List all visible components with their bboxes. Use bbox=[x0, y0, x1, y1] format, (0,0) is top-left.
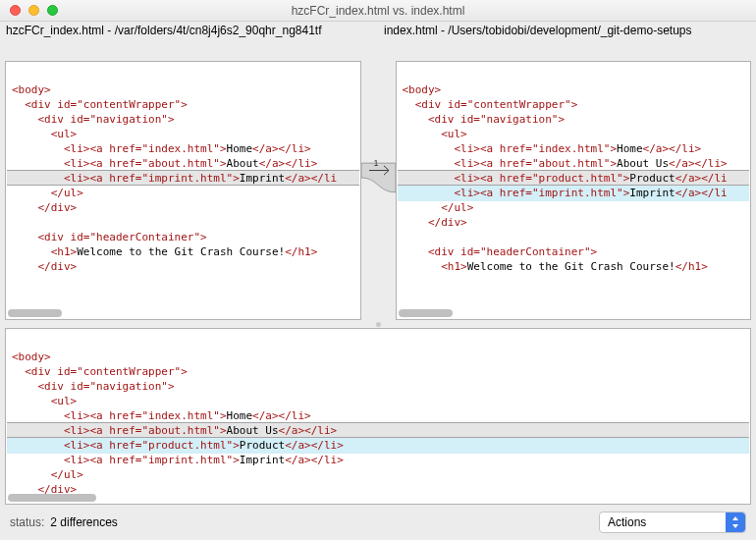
code-line: <li><a href="product.html"> bbox=[403, 172, 630, 185]
titlebar: hzcFCr_index.html vs. index.html bbox=[0, 0, 756, 22]
code-line: <li><a href="product.html"> bbox=[12, 439, 240, 452]
code-line: <body> bbox=[12, 351, 51, 363]
right-code[interactable]: <body> <div id="contentWrapper"> <div id… bbox=[397, 62, 751, 289]
diff-gutter: 1 bbox=[361, 61, 396, 320]
code-line: <li><a href="index.html"> bbox=[12, 409, 227, 422]
code-line: </ul> bbox=[403, 201, 474, 214]
status-label: status: bbox=[10, 515, 44, 529]
code-line: <li><a href="imprint.html"> bbox=[12, 172, 240, 185]
diff-area: <body> <div id="contentWrapper"> <div id… bbox=[0, 41, 756, 320]
statusbar: status: 2 differences Actions bbox=[0, 505, 756, 540]
code-line: <div id="contentWrapper"> bbox=[12, 365, 188, 378]
code-line: </ul> bbox=[12, 187, 83, 199]
code-line: <div id="navigation"> bbox=[403, 113, 566, 126]
left-diff-panel[interactable]: <body> <div id="contentWrapper"> <div id… bbox=[5, 61, 361, 320]
code-line: <body> bbox=[403, 83, 442, 96]
window-controls bbox=[0, 5, 58, 16]
window-title: hzcFCr_index.html vs. index.html bbox=[0, 4, 756, 18]
code-line: <li><a href="about.html"> bbox=[12, 157, 227, 170]
pane-splitter[interactable] bbox=[0, 320, 756, 328]
code-line: <h1> bbox=[12, 245, 77, 258]
code-line: <li><a href="imprint.html"> bbox=[403, 187, 630, 199]
status-text: 2 differences bbox=[50, 515, 118, 529]
horizontal-scrollbar[interactable] bbox=[399, 309, 453, 317]
merged-code[interactable]: <body> <div id="contentWrapper"> <div id… bbox=[6, 329, 750, 505]
right-diff-panel[interactable]: <body> <div id="contentWrapper"> <div id… bbox=[396, 61, 752, 320]
code-line: <li><a href="index.html"> bbox=[403, 142, 618, 155]
code-line: <div id="navigation"> bbox=[12, 380, 175, 393]
close-icon[interactable] bbox=[10, 5, 21, 16]
chevron-updown-icon bbox=[726, 513, 745, 532]
code-line: <body> bbox=[12, 83, 51, 96]
left-file-path: hzcFCr_index.html - /var/folders/4t/cn8j… bbox=[0, 22, 378, 41]
code-line: <div id="contentWrapper"> bbox=[403, 98, 578, 111]
code-line: </div> bbox=[403, 216, 467, 229]
maximize-icon[interactable] bbox=[47, 5, 58, 16]
code-line: <li><a href="imprint.html"> bbox=[12, 454, 240, 466]
code-line: <li><a href="about.html"> bbox=[12, 424, 227, 437]
drag-handle-icon bbox=[376, 322, 381, 327]
code-line: <h1> bbox=[403, 260, 467, 273]
left-code[interactable]: <body> <div id="contentWrapper"> <div id… bbox=[6, 62, 360, 289]
code-line: <ul> bbox=[12, 395, 77, 407]
code-line: <li><a href="index.html"> bbox=[12, 142, 227, 155]
code-line: </div> bbox=[12, 260, 77, 273]
code-line: <div id="headerContainer"> bbox=[12, 231, 207, 243]
right-file-path: index.html - /Users/tobidobi/development… bbox=[378, 22, 756, 41]
actions-dropdown-label: Actions bbox=[608, 515, 646, 529]
merged-diff-panel[interactable]: <body> <div id="contentWrapper"> <div id… bbox=[5, 328, 751, 505]
code-line: <ul> bbox=[403, 128, 467, 140]
actions-dropdown[interactable]: Actions bbox=[599, 512, 746, 533]
code-line: <div id="headerContainer"> bbox=[403, 245, 598, 258]
code-line: </div> bbox=[12, 483, 77, 496]
code-line: </div> bbox=[12, 201, 77, 214]
code-line: <ul> bbox=[12, 128, 77, 140]
code-line: <div id="contentWrapper"> bbox=[12, 98, 188, 111]
file-path-bar: hzcFCr_index.html - /var/folders/4t/cn8j… bbox=[0, 22, 756, 41]
diff-count-badge: 1 bbox=[374, 158, 379, 168]
diff-connector-icon bbox=[361, 61, 396, 320]
code-line: <li><a href="about.html"> bbox=[403, 157, 618, 170]
code-line: <div id="navigation"> bbox=[12, 113, 175, 126]
code-line: </ul> bbox=[12, 468, 83, 481]
horizontal-scrollbar[interactable] bbox=[8, 309, 62, 317]
minimize-icon[interactable] bbox=[28, 5, 39, 16]
